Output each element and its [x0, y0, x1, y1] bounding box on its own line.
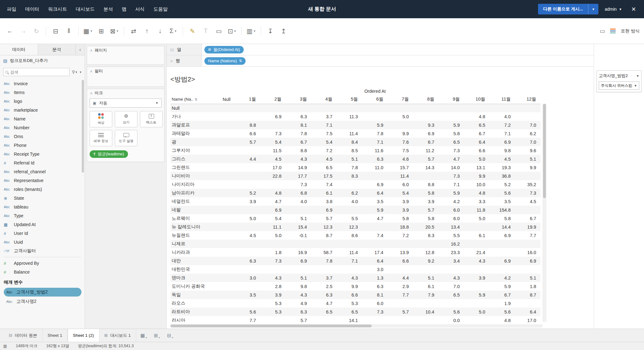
- value-cell[interactable]: [209, 104, 235, 112]
- marks-text-button[interactable]: T텍스트: [140, 111, 163, 127]
- value-cell[interactable]: 9.9: [337, 282, 362, 291]
- value-cell[interactable]: 5.7: [311, 214, 337, 223]
- value-cell[interactable]: [362, 223, 388, 231]
- value-cell[interactable]: 6.4: [515, 308, 541, 316]
- value-cell[interactable]: 13.4: [439, 223, 464, 231]
- row-header[interactable]: 니제르: [170, 240, 209, 248]
- value-cell[interactable]: 5.9: [439, 189, 464, 197]
- value-cell[interactable]: [209, 240, 235, 248]
- value-cell[interactable]: 23.3: [439, 248, 464, 257]
- row-header[interactable]: Null: [170, 104, 209, 112]
- value-cell[interactable]: 58.7: [311, 248, 337, 257]
- value-cell[interactable]: [413, 104, 439, 112]
- value-cell[interactable]: [439, 104, 464, 112]
- value-cell[interactable]: [362, 112, 388, 121]
- value-cell[interactable]: 7.1: [439, 180, 464, 189]
- value-cell[interactable]: 5.6: [490, 189, 515, 197]
- value-cell[interactable]: 7.3: [286, 180, 311, 189]
- value-cell[interactable]: 9.9: [388, 129, 413, 138]
- pages-shelf[interactable]: [87, 54, 164, 64]
- value-cell[interactable]: 5.0: [235, 214, 260, 223]
- show-me-label[interactable]: 표현 방식: [621, 28, 640, 34]
- menu-analysis[interactable]: 분석: [99, 0, 117, 18]
- value-cell[interactable]: 7.4: [311, 180, 337, 189]
- fit-selector-button[interactable]: ⊡▼: [226, 25, 238, 37]
- value-cell[interactable]: 7.1: [311, 121, 337, 129]
- value-cell[interactable]: [337, 121, 362, 129]
- row-header[interactable]: 덴마크: [170, 274, 209, 282]
- pause-auto-updates-button[interactable]: ‖: [63, 25, 75, 37]
- field-marketplace[interactable]: Abcmarketplace: [0, 106, 85, 114]
- value-cell[interactable]: 9.6: [515, 146, 541, 155]
- field-approved-by[interactable]: #Approved By: [0, 259, 85, 268]
- value-cell[interactable]: [515, 172, 541, 180]
- value-cell[interactable]: [515, 299, 541, 308]
- value-cell[interactable]: 5.1: [515, 155, 541, 163]
- column-header[interactable]: 2월: [260, 95, 286, 104]
- value-cell[interactable]: 6.9: [413, 129, 439, 138]
- publish-button[interactable]: 다른 이름으로 게시... ▼: [538, 4, 598, 14]
- column-header[interactable]: 6월: [362, 95, 388, 104]
- date-hierarchy-icon[interactable]: ⊞: [208, 47, 211, 52]
- field-representative[interactable]: AbcRepresentative: [0, 176, 85, 185]
- value-cell[interactable]: 4.6: [388, 155, 413, 163]
- value-cell[interactable]: [235, 240, 260, 248]
- value-cell[interactable]: 5.8: [413, 214, 439, 223]
- value-cell[interactable]: 6.6: [464, 146, 490, 155]
- column-header[interactable]: 5월: [337, 95, 362, 104]
- value-cell[interactable]: 8.1: [362, 291, 388, 299]
- value-cell[interactable]: [337, 104, 362, 112]
- value-cell[interactable]: 7.2: [311, 146, 337, 155]
- value-cell[interactable]: 5.8: [490, 214, 515, 223]
- field-referral-id[interactable]: #Referral Id: [0, 158, 85, 167]
- value-cell[interactable]: 21.4: [464, 248, 490, 257]
- value-cell[interactable]: [515, 240, 541, 248]
- marks-card-header[interactable]: ∧ 마크: [87, 89, 164, 97]
- value-cell[interactable]: 5.6: [439, 308, 464, 316]
- value-cell[interactable]: [235, 146, 260, 155]
- field-user-id[interactable]: #User Id: [0, 229, 85, 238]
- value-cell[interactable]: [260, 240, 286, 248]
- value-cell[interactable]: 4.3: [286, 291, 311, 299]
- value-cell[interactable]: 6.9: [490, 257, 515, 265]
- fields-menu-button[interactable]: ▾: [80, 70, 81, 74]
- value-cell[interactable]: 6.7: [413, 138, 439, 146]
- parameter-value-dropdown[interactable]: 주식회사 위버스컴퍼니 ▼: [599, 81, 639, 90]
- value-cell[interactable]: [464, 223, 490, 231]
- value-cell[interactable]: 4.8: [464, 189, 490, 197]
- value-cell[interactable]: [260, 316, 286, 322]
- value-cell[interactable]: 7.8: [286, 129, 311, 138]
- value-cell[interactable]: 9.3: [413, 121, 439, 129]
- value-cell[interactable]: [260, 265, 286, 274]
- rows-shelf[interactable]: Name (Nations) ⇅: [202, 55, 594, 66]
- value-cell[interactable]: 7.1: [490, 129, 515, 138]
- field-logo[interactable]: Abclogo: [0, 97, 85, 106]
- value-cell[interactable]: 8.5: [337, 146, 362, 155]
- value-cell[interactable]: [362, 104, 388, 112]
- value-cell[interactable]: [235, 112, 260, 121]
- row-header[interactable]: 남아프리카: [170, 189, 209, 197]
- value-cell[interactable]: 7.7: [515, 231, 541, 240]
- vertical-scrollbar-thumb[interactable]: [543, 104, 546, 198]
- value-cell[interactable]: 11.1: [260, 223, 286, 231]
- value-cell[interactable]: 6.9: [362, 180, 388, 189]
- row-header[interactable]: 뉴 칼레도니아: [170, 223, 209, 231]
- value-cell[interactable]: 5.4: [311, 138, 337, 146]
- value-cell[interactable]: 7.0: [515, 138, 541, 146]
- value-cell[interactable]: [209, 248, 235, 257]
- value-cell[interactable]: [209, 265, 235, 274]
- value-cell[interactable]: 3.0: [362, 265, 388, 274]
- value-cell[interactable]: 11.0: [362, 163, 388, 172]
- field-number[interactable]: AbcNumber: [0, 123, 85, 132]
- value-cell[interactable]: [209, 316, 235, 322]
- value-cell[interactable]: 6.0: [362, 299, 388, 308]
- field-oms[interactable]: AbcOms: [0, 132, 85, 141]
- row-header[interactable]: 도미니카 공화국: [170, 282, 209, 291]
- row-header[interactable]: 라오스: [170, 299, 209, 308]
- field-balance[interactable]: #Balance: [0, 268, 85, 276]
- value-cell[interactable]: 4.2: [439, 197, 464, 206]
- value-cell[interactable]: 4.7: [362, 214, 388, 223]
- value-cell[interactable]: [464, 104, 490, 112]
- row-header[interactable]: 니카라과: [170, 248, 209, 257]
- value-cell[interactable]: 36.8: [490, 172, 515, 180]
